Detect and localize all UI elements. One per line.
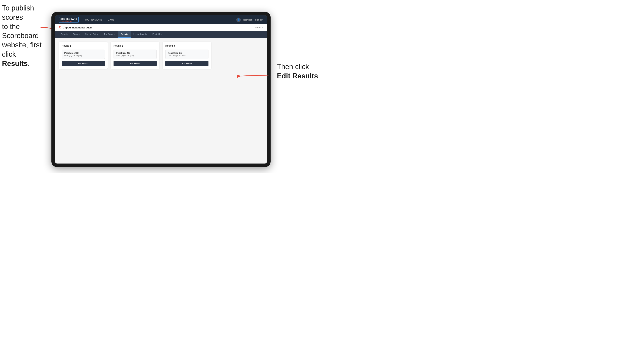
round-1-course-card: Peachtree GC Gold (M) (7010 yds) (62, 50, 105, 59)
tab-nav: Details Teams Course Setup Tee Groups Re… (55, 31, 267, 38)
main-content: Round 1 Peachtree GC Gold (M) (7010 yds)… (55, 38, 267, 164)
logo-box: SCOREBOARD Powered by clippd (59, 17, 79, 22)
tab-details[interactable]: Details (58, 31, 70, 38)
round-3-course-details: Gold (M) (7010 yds) (168, 54, 206, 57)
logo-text: SCOREBOARD (60, 18, 77, 20)
user-icon: 👤 (237, 18, 240, 21)
tournament-title: C Clippd Invitational (Main) (59, 26, 93, 29)
round-3-course-card: Peachtree GC Gold (M) (7010 yds) (165, 50, 208, 59)
app-header: SCOREBOARD Powered by clippd TOURNAMENTS… (55, 15, 267, 24)
tab-leaderboards[interactable]: Leaderboards (131, 31, 150, 38)
empty-column (214, 42, 263, 69)
round-1-course-details: Gold (M) (7010 yds) (64, 54, 102, 57)
tab-results[interactable]: Results (118, 31, 131, 38)
round-2-course-details: Gold (M) (7010 yds) (116, 54, 154, 57)
round-3-title: Round 3 (165, 44, 208, 47)
tab-teams[interactable]: Teams (70, 31, 82, 38)
round-3-card: Round 3 Peachtree GC Gold (M) (7010 yds)… (162, 42, 211, 69)
tab-printables[interactable]: Printables (150, 31, 165, 38)
logo-area: SCOREBOARD Powered by clippd (59, 17, 79, 22)
user-area: 👤 Test User | Sign out (236, 17, 263, 22)
round-1-title: Round 1 (62, 44, 105, 47)
user-avatar: 👤 (236, 17, 241, 22)
edit-results-button-3[interactable]: Edit Results (165, 61, 208, 66)
user-name: Test User | (243, 18, 253, 21)
tablet-device: SCOREBOARD Powered by clippd TOURNAMENTS… (52, 12, 270, 167)
tournament-initial: C (59, 26, 61, 29)
edit-results-button-1[interactable]: Edit Results (62, 61, 105, 66)
tournament-name: Clippd Invitational (Main) (63, 26, 94, 29)
round-3-course-name: Peachtree GC (168, 52, 206, 54)
tab-tee-groups[interactable]: Tee Groups (101, 31, 118, 38)
cancel-button[interactable]: Cancel ✕ (254, 26, 263, 29)
tournament-bar: C Clippd Invitational (Main) Cancel ✕ (55, 24, 267, 31)
round-1-card: Round 1 Peachtree GC Gold (M) (7010 yds)… (59, 42, 108, 69)
round-2-course-name: Peachtree GC (116, 52, 154, 54)
nav-links: TOURNAMENTS TEAMS (85, 18, 236, 22)
tablet-screen: SCOREBOARD Powered by clippd TOURNAMENTS… (55, 15, 267, 164)
left-instruction: To publish scores to the Scoreboard webs… (2, 3, 46, 68)
sign-out-link[interactable]: Sign out (255, 18, 263, 21)
rounds-grid: Round 1 Peachtree GC Gold (M) (7010 yds)… (59, 42, 263, 69)
logo-sub: Powered by clippd (60, 20, 77, 22)
nav-tournaments[interactable]: TOURNAMENTS (85, 18, 102, 22)
round-1-course-name: Peachtree GC (64, 52, 102, 54)
edit-results-button-2[interactable]: Edit Results (114, 61, 157, 66)
round-2-card: Round 2 Peachtree GC Gold (M) (7010 yds)… (111, 42, 160, 69)
tab-course-setup[interactable]: Course Setup (82, 31, 101, 38)
round-2-title: Round 2 (114, 44, 157, 47)
nav-teams[interactable]: TEAMS (106, 18, 114, 22)
round-2-course-card: Peachtree GC Gold (M) (7010 yds) (114, 50, 157, 59)
right-instruction: Then click Edit Results. (277, 62, 320, 81)
